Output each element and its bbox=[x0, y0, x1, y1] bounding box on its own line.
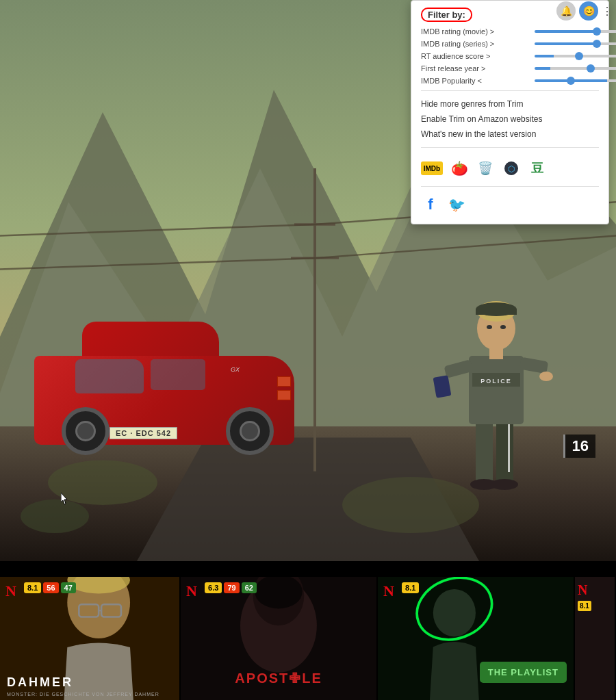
svg-rect-32 bbox=[433, 375, 452, 398]
scene-indicator-line bbox=[508, 424, 510, 472]
douban-icon-btn[interactable]: 豆 bbox=[528, 159, 547, 178]
apostle-title: APOST✙LE bbox=[235, 670, 322, 686]
letterboxd-icon-btn[interactable]: ⬡ bbox=[502, 159, 521, 178]
police-officer: POLICE bbox=[424, 267, 561, 500]
svg-point-31 bbox=[500, 325, 506, 329]
imdb-badge-dahmer: 8.1 bbox=[24, 582, 41, 593]
netflix-card-playlist[interactable]: N 8.1 THE PLAYLiST bbox=[378, 577, 575, 700]
tomato-icon-btn[interactable]: 🍅 bbox=[450, 159, 469, 178]
svg-text:⬡: ⬡ bbox=[508, 164, 515, 174]
filter-row-imdb-movie: IMDB rating (movie) > 7.3 bbox=[421, 27, 599, 36]
netflix-logo-last: N bbox=[578, 582, 587, 598]
filter-social-row: f 🐦 bbox=[421, 192, 599, 217]
filter-row-rt-audience: RT audience score > 50 bbox=[421, 52, 599, 60]
netflix-logo-apostle: N bbox=[186, 582, 197, 600]
filter-popup: Filter by: IMDB rating (movie) > 7.3 IMD… bbox=[411, 0, 609, 224]
hide-genres-link[interactable]: Hide more genres from Trim bbox=[421, 96, 599, 112]
rt-aud-badge-dahmer: 56 bbox=[43, 582, 58, 593]
filter-divider-3 bbox=[421, 186, 599, 187]
dahmer-subtitle: MONSTER: DIE GESCHICHTE VON JEFFREY DAHM… bbox=[7, 692, 159, 697]
imdb-badge-apostle: 6.3 bbox=[205, 582, 222, 593]
rt-aud-badge-apostle: 79 bbox=[224, 582, 239, 593]
more-options[interactable]: ⋮ bbox=[602, 5, 613, 18]
netflix-card-apostle[interactable]: N 6.3 79 62 APOST✙LE bbox=[181, 577, 378, 700]
dahmer-title: DAHMER bbox=[7, 675, 73, 690]
rt-crit-badge-apostle: 62 bbox=[242, 582, 257, 593]
filter-slider-release-year[interactable] bbox=[535, 67, 616, 70]
netflix-row: N 8.1 56 47 DAHMER MONSTER: DIE GESCHICH… bbox=[0, 577, 616, 700]
imdb-badge-playlist: 8.1 bbox=[402, 582, 419, 593]
filter-row-release-year: First release year > 1980 bbox=[421, 64, 599, 73]
whats-new-link[interactable]: What's new in the latest version bbox=[421, 127, 599, 142]
rt-crit-badge-dahmer: 47 bbox=[61, 582, 76, 593]
car-plate: EC · EDC 542 bbox=[110, 427, 177, 439]
score-badges-apostle: 6.3 79 62 bbox=[205, 582, 257, 593]
filter-slider-rt-audience[interactable] bbox=[535, 55, 616, 57]
filter-row-imdb-popularity: IMDB Popularity < 2000 bbox=[421, 77, 599, 85]
svg-point-14 bbox=[21, 500, 89, 533]
filter-label-release-year: First release year > bbox=[421, 64, 530, 73]
svg-rect-19 bbox=[469, 356, 524, 424]
svg-text:POLICE: POLICE bbox=[480, 378, 512, 385]
filter-row-imdb-series: IMDB rating (series) > 7.3 bbox=[421, 40, 599, 48]
facebook-icon-btn[interactable]: f bbox=[421, 195, 440, 214]
filter-label-rt-audience: RT audience score > bbox=[421, 52, 530, 60]
filter-label-imdb-series: IMDB rating (series) > bbox=[421, 40, 530, 48]
netflix-card-last[interactable]: N 8.1 bbox=[575, 577, 616, 700]
playlist-title: THE PLAYLiST bbox=[480, 662, 567, 683]
imdb-badge-last: 8.1 bbox=[578, 601, 591, 611]
episode-number: 16 bbox=[563, 435, 595, 458]
imdb-icon-btn[interactable]: IMDb bbox=[421, 161, 443, 175]
filter-label-imdb-movie: IMDB rating (movie) > bbox=[421, 27, 530, 36]
twitter-icon-btn[interactable]: 🐦 bbox=[447, 195, 466, 214]
filter-label-imdb-popularity: IMDB Popularity < bbox=[421, 77, 530, 85]
svg-point-30 bbox=[487, 325, 492, 329]
svg-point-18 bbox=[491, 479, 518, 490]
score-badges-playlist: 8.1 bbox=[402, 582, 419, 593]
car-wheel-left bbox=[62, 407, 110, 455]
car-wheel-right bbox=[226, 407, 274, 455]
enable-trim-amazon-link[interactable]: Enable Trim on Amazon websites bbox=[421, 112, 599, 127]
svg-point-24 bbox=[539, 372, 553, 381]
svg-point-12 bbox=[48, 460, 157, 505]
filter-divider-1 bbox=[421, 90, 599, 91]
netflix-card-dahmer[interactable]: N 8.1 56 47 DAHMER MONSTER: DIE GESCHICH… bbox=[0, 577, 181, 700]
filter-slider-imdb-popularity[interactable] bbox=[535, 79, 616, 82]
svg-rect-16 bbox=[496, 417, 513, 486]
filter-slider-imdb-series[interactable] bbox=[535, 42, 616, 45]
netflix-logo-playlist: N bbox=[383, 582, 394, 600]
notification-bell[interactable]: 🔔 bbox=[556, 1, 576, 21]
browser-top-bar: 🔔 😊 ⋮ bbox=[553, 0, 616, 22]
svg-rect-23 bbox=[519, 357, 549, 374]
netflix-logo-dahmer: N bbox=[5, 582, 16, 600]
svg-rect-29 bbox=[476, 309, 517, 315]
car-container: GX EC · EDC 542 bbox=[21, 294, 308, 458]
user-avatar[interactable]: 😊 bbox=[579, 1, 598, 21]
svg-rect-15 bbox=[476, 417, 493, 486]
trash-icon-btn[interactable]: 🗑️ bbox=[476, 159, 495, 178]
filter-slider-imdb-movie[interactable] bbox=[535, 30, 616, 33]
filter-icons-row: IMDb 🍅 🗑️ ⬡ 豆 bbox=[421, 153, 599, 181]
score-badges-dahmer: 8.1 56 47 bbox=[24, 582, 76, 593]
svg-point-44 bbox=[433, 589, 476, 637]
filter-divider-2 bbox=[421, 147, 599, 148]
filter-title: Filter by: bbox=[421, 8, 472, 22]
